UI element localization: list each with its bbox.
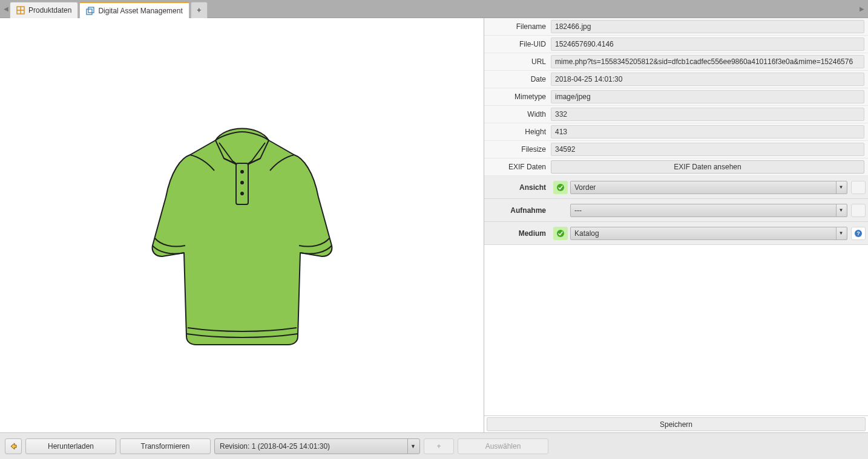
field-indicator <box>851 204 866 217</box>
row-ansicht: Ansicht Vorder ▼ <box>484 176 868 199</box>
prop-label: Width <box>484 110 551 119</box>
select-value: Katalog <box>574 229 599 238</box>
prop-row-date: Date 2018-04-25 14:01:30 <box>484 71 868 88</box>
stack-icon <box>86 7 94 15</box>
svg-point-6 <box>241 192 243 195</box>
prop-value-width: 332 <box>551 108 864 121</box>
svg-rect-1 <box>87 9 92 15</box>
prop-label: Filename <box>484 22 551 31</box>
tab-scroll-right[interactable]: ▶ <box>858 0 866 18</box>
prop-value-fileuid: 1524657690.4146 <box>551 37 864 51</box>
chevron-down-icon: ▼ <box>836 227 846 239</box>
select-ansicht[interactable]: Vorder ▼ <box>570 181 847 194</box>
plus-icon: + <box>197 6 201 15</box>
chevron-down-icon: ▼ <box>836 204 846 216</box>
prop-label: File-UID <box>484 40 551 48</box>
prop-label: Height <box>484 128 551 136</box>
tab-scroll-left[interactable]: ◀ <box>2 0 10 18</box>
main-split: Filename 182466.jpg File-UID 1524657690.… <box>0 18 868 432</box>
prop-row-filesize: Filesize 34592 <box>484 141 868 158</box>
prop-label: Date <box>484 75 551 83</box>
back-button[interactable] <box>5 438 22 454</box>
transform-button[interactable]: Transformieren <box>120 438 211 454</box>
prop-row-fileuid: File-UID 1524657690.4146 <box>484 36 868 53</box>
prop-value-height: 413 <box>551 125 864 138</box>
select-aufnahme[interactable]: --- ▼ <box>570 204 847 217</box>
properties-fill <box>484 245 868 415</box>
choose-button: Auswählen <box>458 438 548 454</box>
status-empty <box>553 204 568 217</box>
revision-select[interactable]: Revision: 1 (2018-04-25 14:01:30) ▼ <box>214 438 420 454</box>
row-medium: Medium Katalog ▼ ? <box>484 222 868 245</box>
status-ok-icon <box>553 181 568 194</box>
prop-row-url: URL mime.php?ts=1558345205812&sid=dfcb1c… <box>484 53 868 71</box>
prop-row-filename: Filename 182466.jpg <box>484 18 868 36</box>
section-label: Medium <box>484 229 551 238</box>
grid-icon <box>16 6 25 15</box>
tab-add[interactable]: + <box>191 2 208 18</box>
select-value: Vorder <box>574 183 596 192</box>
svg-point-5 <box>241 181 243 184</box>
app-root: ◀ Produktdaten Digital Asset Management … <box>0 0 868 459</box>
prop-row-width: Width 332 <box>484 106 868 123</box>
prop-label: Mimetype <box>484 93 551 101</box>
prop-row-exif: EXIF Daten EXIF Daten ansehen <box>484 158 868 176</box>
status-ok-icon <box>553 227 568 240</box>
section-label: Ansicht <box>484 183 551 192</box>
download-button[interactable]: Herunterladen <box>25 438 116 454</box>
preview-pane <box>0 18 484 432</box>
tab-bar: ◀ Produktdaten Digital Asset Management … <box>0 0 868 18</box>
file-properties: Filename 182466.jpg File-UID 1524657690.… <box>484 18 868 245</box>
select-value: --- <box>574 206 582 215</box>
properties-pane: Filename 182466.jpg File-UID 1524657690.… <box>484 18 868 432</box>
tab-label: Produktdaten <box>28 6 71 15</box>
tab-dam[interactable]: Digital Asset Management <box>79 2 189 18</box>
prop-value-date: 2018-04-25 14:01:30 <box>551 73 864 86</box>
field-indicator <box>851 181 866 194</box>
chevron-down-icon: ▼ <box>836 181 846 194</box>
save-button[interactable]: Speichern <box>487 417 866 431</box>
save-bar: Speichern <box>484 415 868 432</box>
select-medium[interactable]: Katalog ▼ <box>570 227 847 240</box>
prop-value-url: mime.php?ts=1558345205812&sid=dfcb1cadfe… <box>551 55 864 68</box>
product-image <box>142 100 343 350</box>
prop-row-height: Height 413 <box>484 123 868 141</box>
svg-point-4 <box>241 171 243 173</box>
bottom-toolbar: Herunterladen Transformieren Revision: 1… <box>0 432 868 459</box>
help-button[interactable]: ? <box>851 227 866 240</box>
prop-value-filesize: 34592 <box>551 143 864 156</box>
arrow-left-icon <box>9 442 18 451</box>
prop-label: URL <box>484 57 551 66</box>
help-icon: ? <box>854 229 863 238</box>
select-value: Revision: 1 (2018-04-25 14:01:30) <box>220 442 330 451</box>
tab-label: Digital Asset Management <box>98 7 182 15</box>
tab-produktdaten[interactable]: Produktdaten <box>10 2 78 18</box>
image-preview <box>0 18 484 432</box>
prop-label: Filesize <box>484 145 551 154</box>
prop-value-mimetype: image/jpeg <box>551 90 864 103</box>
chevron-down-icon: ▼ <box>407 439 418 454</box>
svg-rect-2 <box>88 7 94 13</box>
exif-view-button[interactable]: EXIF Daten ansehen <box>551 160 864 174</box>
prop-label: EXIF Daten <box>484 163 551 171</box>
add-revision-button: + <box>424 438 454 454</box>
section-label: Aufnahme <box>484 206 551 215</box>
row-aufnahme: Aufnahme --- ▼ <box>484 199 868 222</box>
prop-value-filename: 182466.jpg <box>551 20 864 33</box>
svg-text:?: ? <box>856 230 860 236</box>
prop-row-mimetype: Mimetype image/jpeg <box>484 88 868 106</box>
